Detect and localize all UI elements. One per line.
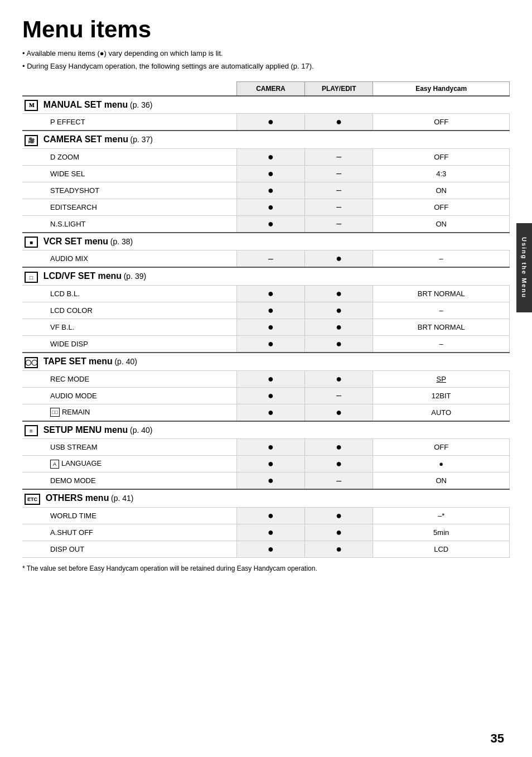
item-easy: AUTO [373,404,510,421]
item-label: REC MODE [22,370,236,387]
item-playedit: ● [305,541,373,557]
table-row: A.SHUT OFF ● ● 5min [22,524,510,541]
item-camera: ● [236,165,304,182]
table-row: LCD COLOR ● ● – [22,302,510,319]
item-label: WIDE DISP [22,336,236,353]
item-label: AUDIO MODE [22,387,236,404]
item-playedit: – [305,182,373,199]
item-label: N.S.LIGHT [22,215,236,233]
item-easy: – [373,250,510,268]
item-camera: ● [236,387,304,404]
footnote: * The value set before Easy Handycam ope… [22,565,510,572]
table-row: □□REMAIN ● ● AUTO [22,404,510,421]
table-row: LCD B.L. ● ● BRT NORMAL [22,286,510,302]
item-easy: BRT NORMAL [373,319,510,336]
table-row: VF B.L. ● ● BRT NORMAL [22,319,510,336]
item-camera: ● [236,370,304,387]
item-playedit: – [305,199,373,215]
section-header-others: ETC OTHERS menu (p. 41) [22,489,510,507]
col-camera: CAMERA [236,81,304,96]
item-label: A.SHUT OFF [22,524,236,541]
item-camera: ● [236,199,304,215]
table-row: EDITSEARCH ● – OFF [22,199,510,215]
table-row: P EFFECT ● ● OFF [22,114,510,131]
item-easy: ON [373,472,510,490]
col-easy: Easy Handycam [373,81,510,96]
item-easy: OFF [373,148,510,165]
item-playedit: ● [305,302,373,319]
item-label: VF B.L. [22,319,236,336]
item-playedit: ● [305,439,373,456]
item-playedit: ● [305,456,373,472]
table-row: WORLD TIME ● ● –* [22,507,510,524]
table-row: DEMO MODE ● – ON [22,472,510,490]
table-row: D ZOOM ● – OFF [22,148,510,165]
table-row: DISP OUT ● ● LCD [22,541,510,557]
item-easy: – [373,302,510,319]
table-row: WIDE SEL ● – 4:3 [22,165,510,182]
item-playedit: ● [305,250,373,268]
table-row: STEADYSHOT ● – ON [22,182,510,199]
item-playedit: ● [305,114,373,131]
table-row: ALANGUAGE ● ● ● [22,456,510,472]
item-label: DISP OUT [22,541,236,557]
section-header-tape-set: ◯◯ TAPE SET menu (p. 40) [22,353,510,370]
item-easy: – [373,336,510,353]
item-playedit: ● [305,507,373,524]
item-playedit: ● [305,370,373,387]
item-easy: LCD [373,541,510,557]
item-label: D ZOOM [22,148,236,165]
menu-table: CAMERA PLAY/EDIT Easy Handycam 𝐌 MANUAL … [22,81,510,558]
item-label: USB STREAM [22,439,236,456]
item-camera: ● [236,319,304,336]
item-easy: OFF [373,199,510,215]
intro-text: • Available menu items (●) vary dependin… [22,48,510,73]
item-playedit: ● [305,524,373,541]
item-label: EDITSEARCH [22,199,236,215]
item-playedit: – [305,387,373,404]
item-label: WORLD TIME [22,507,236,524]
item-easy: –* [373,507,510,524]
item-easy: 12BIT [373,387,510,404]
item-camera: ● [236,541,304,557]
item-camera: ● [236,524,304,541]
table-row: REC MODE ● ● SP [22,370,510,387]
item-label: AUDIO MIX [22,250,236,268]
item-label: LCD COLOR [22,302,236,319]
item-camera: ● [236,336,304,353]
item-playedit: – [305,148,373,165]
item-playedit: – [305,165,373,182]
item-camera: ● [236,215,304,233]
item-camera: ● [236,182,304,199]
page-title: Menu items [22,17,510,42]
item-playedit: – [305,472,373,490]
page-number: 35 [491,731,504,746]
section-header-manual-set: 𝐌 MANUAL SET menu (p. 36) [22,96,510,114]
table-row: AUDIO MIX – ● – [22,250,510,268]
item-playedit: ● [305,286,373,302]
item-playedit: ● [305,404,373,421]
item-playedit: ● [305,336,373,353]
item-easy: OFF [373,114,510,131]
item-label: ALANGUAGE [22,456,236,472]
item-label: P EFFECT [22,114,236,131]
item-camera: ● [236,286,304,302]
item-camera: ● [236,456,304,472]
table-row: AUDIO MODE ● – 12BIT [22,387,510,404]
item-camera: ● [236,507,304,524]
section-header-lcd-vf-set: □ LCD/VF SET menu (p. 39) [22,267,510,285]
item-easy: BRT NORMAL [373,286,510,302]
section-header-camera-set: 🎥 CAMERA SET menu (p. 37) [22,131,510,148]
item-camera: ● [236,404,304,421]
item-label: LCD B.L. [22,286,236,302]
item-easy: 4:3 [373,165,510,182]
side-tab: Using the Menu [516,223,532,312]
item-playedit: – [305,215,373,233]
table-row: WIDE DISP ● ● – [22,336,510,353]
item-camera: – [236,250,304,268]
col-playedit: PLAY/EDIT [305,81,373,96]
item-playedit: ● [305,319,373,336]
table-row: N.S.LIGHT ● – ON [22,215,510,233]
item-easy: ON [373,215,510,233]
section-header-setup-menu: ≡ SETUP MENU menu (p. 40) [22,421,510,439]
